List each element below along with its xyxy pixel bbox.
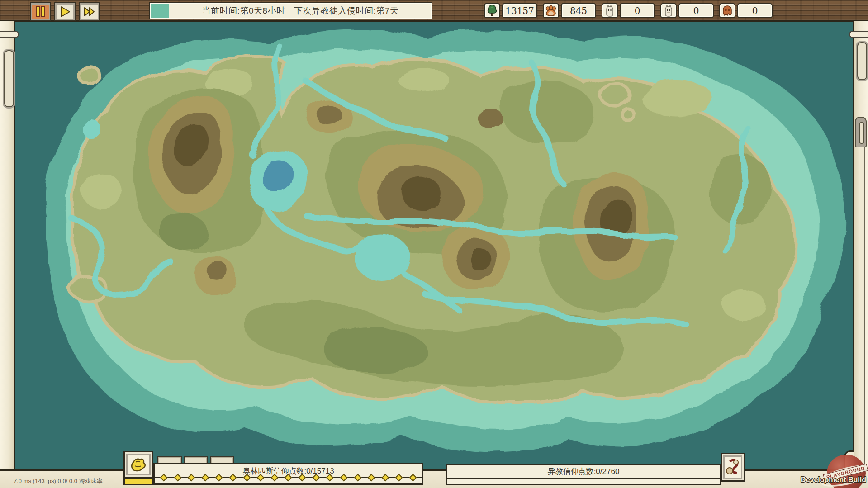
play-button[interactable] — [54, 2, 76, 21]
right-scrollbar-thumb[interactable] — [855, 117, 867, 147]
paw-icon — [543, 3, 559, 18]
left-scroll-handle[interactable] — [3, 49, 15, 109]
faith-marker — [160, 474, 168, 482]
time-panel: 当前时间:第0天8小时 下次异教徒入侵时间:第7天 — [149, 2, 432, 19]
faith-marker — [409, 474, 417, 482]
praise-hand-icon — [130, 456, 147, 473]
map-viewport[interactable] — [15, 21, 853, 469]
terrain-layers — [45, 29, 846, 452]
left-pillar-capital — [0, 31, 19, 38]
olympus-faith-bar: 奥林匹斯信仰点数:0/15713 — [153, 463, 423, 485]
resource-trees: 13157 — [484, 3, 537, 18]
faith-marker — [243, 474, 251, 482]
heretic-panel-button[interactable] — [721, 453, 745, 482]
faith-marker — [201, 474, 209, 482]
faith-marker — [285, 474, 292, 482]
heretic-faith-label: 异教信仰点数:0/2760 — [447, 466, 720, 477]
faith-marker — [312, 474, 320, 482]
praise-gauge — [123, 477, 153, 485]
heretic-icon — [719, 3, 735, 18]
resource-animals: 845 — [543, 3, 596, 18]
heretic-panel-icon — [725, 458, 740, 476]
faith-marker — [257, 474, 265, 482]
heretic-faith-bar: 异教信仰点数:0/2760 — [446, 464, 721, 485]
play-icon — [59, 6, 71, 18]
heretic-count: 0 — [737, 3, 773, 18]
top-toolbar: 当前时间:第0天8小时 下次异教徒入侵时间:第7天 13157 — [0, 0, 868, 21]
faith-marker — [326, 474, 334, 482]
heretic-panel-frame — [723, 455, 742, 479]
faith-marker — [229, 474, 237, 482]
worker-count: 0 — [678, 3, 714, 18]
world-map — [15, 22, 853, 469]
time-progress-chip — [151, 4, 169, 18]
time-text: 当前时间:第0天8小时 下次异教徒入侵时间:第7天 — [169, 5, 432, 17]
faith-marker — [215, 474, 223, 482]
development-build-label: Development Build — [801, 476, 866, 484]
faith-marker — [354, 474, 361, 482]
game-window: 当前时间:第0天8小时 下次异教徒入侵时间:第7天 13157 — [0, 0, 868, 488]
olympus-marker-row — [161, 475, 416, 480]
tree-count: 13157 — [502, 3, 537, 18]
pause-icon — [35, 6, 46, 18]
pause-button[interactable] — [30, 2, 51, 21]
worker-icon — [660, 3, 677, 18]
villager-icon — [602, 3, 618, 18]
faith-marker — [340, 474, 347, 482]
faith-marker — [381, 474, 389, 482]
praise-hand-frame — [126, 454, 151, 475]
animal-count: 845 — [561, 3, 596, 18]
tree-icon — [484, 3, 500, 18]
praise-hand-button[interactable] — [123, 451, 153, 478]
resource-counters: 13157 845 — [484, 3, 773, 18]
faith-marker — [395, 474, 403, 482]
heretic-bar-divider — [447, 478, 720, 479]
resource-believers: 0 — [602, 3, 655, 18]
fps-readout: 7.0 ms (143 fps) 0.0/ 0.0 游戏速率 — [14, 477, 103, 485]
faith-marker — [174, 474, 181, 482]
faith-marker — [188, 474, 195, 482]
right-scrollbar-track[interactable] — [859, 147, 865, 467]
faith-marker — [299, 474, 306, 482]
fast-forward-icon — [83, 6, 96, 18]
believer-count: 0 — [620, 3, 655, 18]
resource-workers: 0 — [660, 3, 714, 18]
fast-forward-button[interactable] — [79, 2, 100, 21]
frame-corner-notch — [844, 450, 854, 470]
faith-marker — [368, 474, 375, 482]
faith-marker — [270, 474, 278, 482]
right-pillar-capital — [849, 31, 868, 38]
resource-heretics: 0 — [719, 3, 773, 18]
right-scroll-handle[interactable] — [856, 41, 868, 81]
